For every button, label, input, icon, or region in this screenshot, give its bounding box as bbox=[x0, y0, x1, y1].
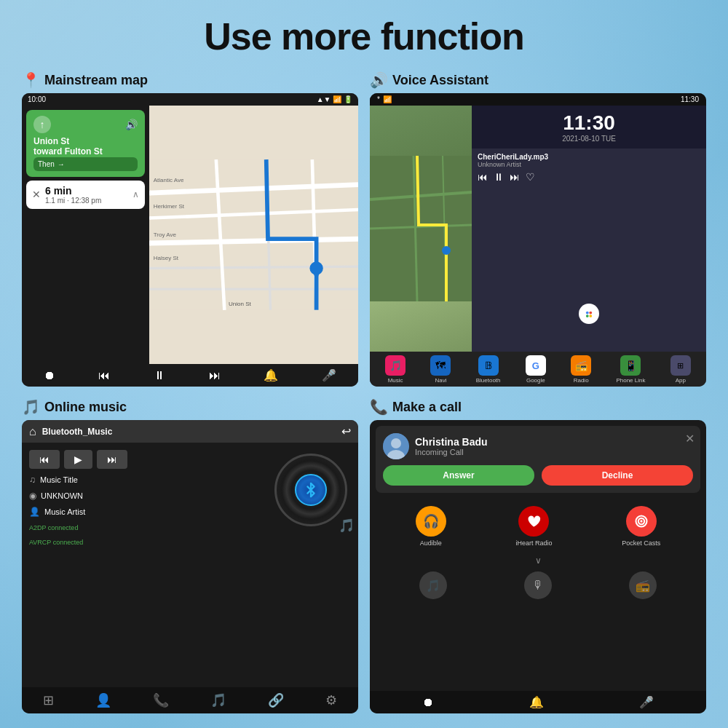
call-app-iheart[interactable]: iHeart Radio bbox=[515, 506, 552, 547]
panel4-label: 📞 Make a call bbox=[370, 398, 706, 416]
call-buttons: Answer Decline bbox=[383, 465, 693, 486]
music-person-row: 👤 Music Artist bbox=[29, 507, 264, 517]
answer-button[interactable]: Answer bbox=[383, 465, 534, 486]
voice-map bbox=[370, 106, 472, 352]
call-bottom-row: ⏺ 🔔 🎤 bbox=[370, 691, 706, 713]
voice-music-title: CheriCheriLady.mp3 bbox=[478, 153, 700, 161]
voice-label-icon: 🔊 bbox=[370, 71, 388, 89]
voice-heart-btn[interactable]: ♡ bbox=[526, 171, 535, 183]
music-note-icon: ♫ bbox=[29, 475, 36, 485]
svg-text:Halsey St: Halsey St bbox=[154, 255, 179, 261]
music-person-icon: 👤 bbox=[29, 507, 40, 517]
call-more-app-2: 🎙 bbox=[524, 571, 552, 599]
music-contacts-btn[interactable]: 👤 bbox=[95, 692, 111, 708]
voice-app-phonelink[interactable]: 📱 Phone Link bbox=[616, 355, 645, 384]
svg-point-21 bbox=[442, 246, 451, 255]
voice-music-artist: Unknown Artist bbox=[478, 161, 700, 168]
call-app-audible[interactable]: 🎧 Audible bbox=[416, 506, 446, 547]
panel2-label: 🔊 Voice Assistant bbox=[370, 71, 706, 89]
nav-card: ↑ 🔊 Union St toward Fulton St Then → bbox=[26, 110, 145, 177]
map-btn-bell[interactable]: 🔔 bbox=[264, 368, 278, 382]
voice-main: 11:30 2021-08-10 TUE CheriCheriLady.mp3 … bbox=[370, 106, 706, 352]
call-app-pocketcasts[interactable]: Pocket Casts bbox=[622, 506, 660, 547]
panel-make-call: 📞 Make a call Christina bbox=[370, 398, 706, 713]
call-caller-info: Christina Badu Incoming Call bbox=[383, 433, 693, 459]
music-avrcp-status: AVRCP connected bbox=[29, 539, 264, 546]
call-bottom-bell[interactable]: 🔔 bbox=[529, 695, 544, 709]
music-title-bar: Bluetooth_Music bbox=[42, 427, 336, 437]
music-vinyl: 🎵 bbox=[271, 450, 351, 530]
music-label-icon: 🎵 bbox=[22, 398, 40, 416]
nav-eta-time: 6 min bbox=[45, 185, 128, 197]
call-more-app-3: 📻 bbox=[629, 571, 657, 599]
music-a2dp-status: A2DP connected bbox=[29, 524, 264, 531]
map-sidebar: ↑ 🔊 Union St toward Fulton St Then → ✕ bbox=[22, 106, 149, 364]
music-note-nav-btn[interactable]: 🎵 bbox=[210, 692, 226, 708]
call-more-app-1: 🎵 bbox=[419, 571, 447, 599]
call-bottom-circle[interactable]: ⏺ bbox=[422, 696, 434, 709]
panel1-label: 📍 Mainstream map bbox=[22, 71, 358, 89]
voice-next-btn[interactable]: ⏭ bbox=[510, 171, 520, 183]
voice-app-navi[interactable]: 🗺 Navi bbox=[430, 355, 451, 384]
voice-screen: * 📶 11:30 bbox=[370, 93, 706, 387]
call-incoming-card: Christina Badu Incoming Call ✕ Answer De… bbox=[376, 426, 700, 493]
map-btn-next[interactable]: ⏭ bbox=[209, 369, 221, 382]
music-home-icon[interactable]: ⌂ bbox=[29, 425, 36, 438]
voice-status-bar: * 📶 11:30 bbox=[370, 93, 706, 106]
music-screen: ⌂ Bluetooth_Music ↩ ⏮ ▶ ⏭ ♫ Music Title bbox=[22, 420, 358, 713]
caller-avatar bbox=[383, 433, 409, 459]
map-visual: Atlantic Ave Herkimer St Troy Ave Halsey… bbox=[149, 106, 358, 364]
voice-date: 2021-08-10 TUE bbox=[479, 135, 699, 143]
voice-prev-btn[interactable]: ⏮ bbox=[478, 171, 488, 183]
voice-app-bluetooth[interactable]: 𝔹 Bluetooth bbox=[476, 355, 501, 384]
map-btn-prev[interactable]: ⏮ bbox=[98, 369, 110, 382]
voice-apps-bar: 🎵 Music 🗺 Navi 𝔹 Bluetooth G Google bbox=[370, 352, 706, 387]
voice-app-google[interactable]: G Google bbox=[526, 355, 546, 384]
music-play-btn[interactable]: ▶ bbox=[64, 450, 92, 469]
svg-text:Troy Ave: Troy Ave bbox=[154, 232, 177, 238]
voice-pause-btn[interactable]: ⏸ bbox=[494, 171, 504, 183]
call-bottom-mic[interactable]: 🎤 bbox=[639, 695, 654, 709]
panel-mainstream-map: 📍 Mainstream map 10:00 ▲▼ 📶 🔋 ↑ 🔊 bbox=[22, 71, 358, 387]
panel3-label: 🎵 Online music bbox=[22, 398, 358, 416]
svg-point-22 bbox=[584, 309, 595, 320]
panels-grid: 📍 Mainstream map 10:00 ▲▼ 📶 🔋 ↑ 🔊 bbox=[22, 71, 706, 713]
music-settings-btn[interactable]: ⚙ bbox=[325, 692, 337, 708]
map-screen: 10:00 ▲▼ 📶 🔋 ↑ 🔊 Union St toward Fulton … bbox=[22, 93, 358, 387]
music-top-bar: ⌂ Bluetooth_Music ↩ bbox=[22, 420, 358, 443]
volume-icon: 🔊 bbox=[125, 119, 138, 130]
voice-app-radio[interactable]: 📻 Radio bbox=[571, 355, 591, 384]
music-next-btn[interactable]: ⏭ bbox=[97, 450, 127, 469]
nav-eta-close[interactable]: ✕ bbox=[32, 189, 41, 200]
music-prev-btn[interactable]: ⏮ bbox=[29, 450, 60, 469]
music-left: ⏮ ▶ ⏭ ♫ Music Title ◉ UNKNOWN bbox=[29, 450, 264, 680]
svg-point-25 bbox=[586, 314, 589, 317]
map-content: ↑ 🔊 Union St toward Fulton St Then → ✕ bbox=[22, 106, 358, 364]
panel-online-music: 🎵 Online music ⌂ Bluetooth_Music ↩ ⏮ ▶ ⏭ bbox=[22, 398, 358, 713]
voice-time: 11:30 bbox=[479, 111, 699, 135]
map-btn-pause[interactable]: ⏸ bbox=[154, 369, 165, 382]
caller-name: Christina Badu bbox=[415, 436, 488, 448]
voice-right: 11:30 2021-08-10 TUE CheriCheriLady.mp3 … bbox=[472, 106, 706, 352]
decline-button[interactable]: Decline bbox=[542, 465, 693, 486]
voice-app-music[interactable]: 🎵 Music bbox=[385, 355, 405, 384]
nav-eta-chevron: ∧ bbox=[132, 189, 139, 199]
map-status-bar: 10:00 ▲▼ 📶 🔋 bbox=[22, 93, 358, 106]
svg-line-4 bbox=[149, 266, 358, 268]
main-container: Use more function 📍 Mainstream map 10:00… bbox=[0, 0, 728, 728]
music-grid-btn[interactable]: ⊞ bbox=[43, 692, 54, 708]
map-btn-circle[interactable]: ⏺ bbox=[44, 369, 55, 382]
google-assistant-dot[interactable] bbox=[579, 304, 599, 324]
call-screen: Christina Badu Incoming Call ✕ Answer De… bbox=[370, 420, 706, 713]
nav-toward: toward Fulton St bbox=[33, 146, 138, 157]
voice-app-apps[interactable]: ⊞ App bbox=[670, 355, 691, 384]
vinyl-note-icon: 🎵 bbox=[339, 518, 355, 534]
music-link-btn[interactable]: 🔗 bbox=[268, 692, 284, 708]
map-btn-mic[interactable]: 🎤 bbox=[322, 368, 336, 382]
music-phone-btn[interactable]: 📞 bbox=[153, 692, 169, 708]
caller-status: Incoming Call bbox=[415, 448, 488, 456]
svg-point-24 bbox=[589, 312, 592, 314]
svg-text:Herkimer St: Herkimer St bbox=[154, 203, 185, 210]
music-back-icon[interactable]: ↩ bbox=[341, 424, 351, 438]
call-close-btn[interactable]: ✕ bbox=[685, 432, 695, 446]
